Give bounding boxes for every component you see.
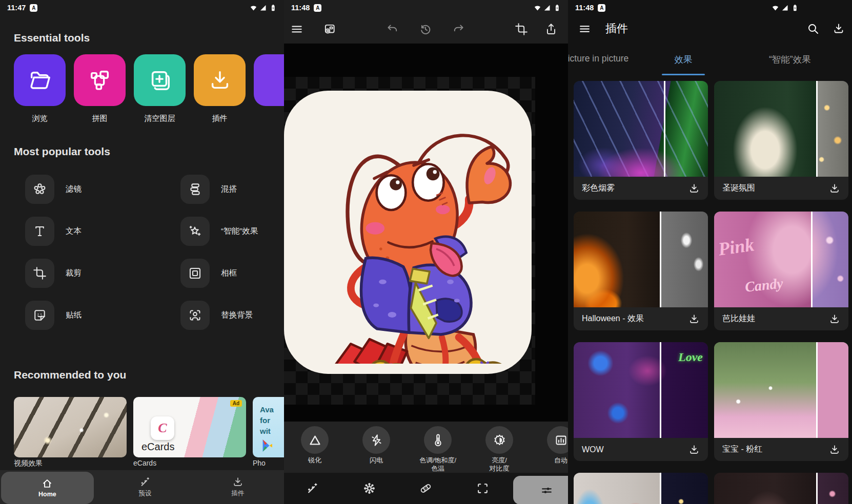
ai-network-icon (363, 482, 376, 495)
nav-home[interactable]: Home (1, 472, 94, 504)
auto-levels-icon (554, 433, 568, 447)
export-icon (323, 23, 336, 36)
effect-card-wow[interactable]: Love WOW (574, 342, 708, 461)
tool-brightness-contrast[interactable]: 亮度/对比度 (469, 422, 530, 473)
tool-lightning[interactable]: 闪电 (346, 422, 407, 473)
recommended-card-photo[interactable]: Ava for wit (253, 397, 284, 457)
popular-item-text[interactable]: 文本 (14, 210, 169, 252)
download-icon[interactable] (829, 444, 840, 455)
popular-item-frame[interactable]: 相框 (169, 252, 270, 294)
tool-card-browse[interactable] (14, 54, 66, 106)
share-button[interactable] (544, 23, 558, 36)
lobster-sticker-image[interactable] (284, 91, 532, 374)
crop-button[interactable] (515, 23, 528, 36)
app-root: 11:47 A Essential tools 浏览 拼图 清空图层 插件 Mo… (0, 0, 852, 504)
recommended-card-video-effects[interactable] (14, 397, 127, 457)
essential-tools-labels: 浏览 拼图 清空图层 插件 (14, 114, 246, 123)
tool-card-clear-layers[interactable] (134, 54, 186, 106)
home-icon (42, 478, 53, 489)
lightning-icon (370, 433, 383, 447)
popular-item-mix[interactable]: 混搭 (169, 168, 270, 210)
battery-icon (791, 4, 799, 12)
effect-title: Halloween - 效果 (582, 313, 644, 324)
plugins-header: 插件 (568, 15, 852, 42)
effect-preview-image: Love (574, 342, 708, 438)
recommended-card-ecards[interactable]: Ad C eCards (133, 397, 246, 457)
tool-auto[interactable]: 自动 (530, 422, 568, 473)
tab-smart-effects[interactable]: “智能”效果 (769, 53, 811, 66)
effect-card-partial-right[interactable] (714, 473, 848, 504)
effect-title: 芭比娃娃 (722, 313, 755, 324)
redo-button[interactable] (452, 23, 465, 36)
mode-adjust-selected[interactable] (511, 473, 568, 504)
effect-card-christmas[interactable]: 圣诞氛围 (714, 81, 848, 200)
tab-effects[interactable]: 效果 (662, 53, 705, 66)
essential-tools-title: Essential tools (14, 32, 90, 44)
tool-card-partial[interactable] (254, 54, 284, 106)
mode-select[interactable] (454, 473, 511, 504)
tool-label: 插件 (194, 114, 246, 123)
effect-card-barbie[interactable]: Pink Candy 芭比娃娃 (714, 212, 848, 330)
mode-heal[interactable] (398, 473, 455, 504)
hamburger-icon[interactable] (578, 23, 591, 35)
nav-plugins[interactable]: 插件 (191, 470, 284, 504)
contrast-icon (493, 433, 506, 447)
editor-mode-bar (284, 473, 568, 504)
plugins-tabs: Picture in picture 效果 “智能”效果 (568, 45, 852, 77)
popular-item-filters[interactable]: 滤镜 (14, 168, 169, 210)
effect-title: WOW (582, 445, 604, 454)
status-bar: 11:48 A (284, 0, 568, 15)
undo-button[interactable] (386, 23, 399, 36)
tool-card-collage[interactable] (74, 54, 126, 106)
effect-preview-image (574, 212, 708, 307)
page-title: 插件 (605, 21, 628, 36)
mode-ai[interactable] (341, 473, 398, 504)
signal-icon (781, 4, 789, 12)
download-icon[interactable] (688, 444, 700, 455)
popular-item-label: 相框 (221, 268, 237, 279)
effect-card-color-smoke[interactable]: 彩色烟雾 (574, 81, 708, 200)
nav-label: 插件 (231, 489, 244, 498)
before-after-divider (664, 81, 665, 177)
menu-button[interactable] (290, 23, 303, 36)
download-icon[interactable] (829, 313, 840, 325)
sliders-icon (540, 484, 553, 497)
frame-icon (188, 266, 202, 280)
lobster-cartoon (295, 101, 521, 364)
effect-title: 圣诞氛围 (722, 183, 755, 194)
effect-card-halloween[interactable]: Halloween - 效果 (574, 212, 708, 330)
download-icon[interactable] (833, 23, 845, 35)
history-button[interactable] (419, 23, 432, 36)
bottom-nav: Home 预设 插件 (0, 470, 284, 504)
effect-card-baby-pink[interactable]: 宝宝 - 粉红 (714, 342, 848, 461)
tool-label: 拼图 (74, 114, 126, 123)
effect-card-partial-left[interactable] (574, 473, 708, 504)
tool-sharpen[interactable]: 锐化 (284, 422, 346, 473)
tab-picture-in-picture[interactable]: Picture in picture (568, 53, 628, 64)
popular-item-label: 贴纸 (66, 310, 82, 321)
recommended-row: Ad C eCards Ava for wit (14, 397, 284, 457)
download-icon[interactable] (829, 183, 840, 194)
popular-item-replace-bg[interactable]: 替换背景 (169, 294, 270, 336)
clock: 11:47 (7, 4, 26, 12)
tool-hue-saturation[interactable]: 色调/饱和度/色温 (407, 422, 469, 473)
download-icon[interactable] (688, 183, 700, 194)
popular-item-sticker[interactable]: 贴纸 (14, 294, 169, 336)
tool-card-plugins[interactable] (194, 54, 246, 106)
notification-badge-icon: A (598, 4, 605, 12)
effect-preview-image (714, 342, 848, 438)
editor-canvas[interactable] (284, 44, 568, 422)
undo-icon (386, 23, 399, 36)
share-icon (544, 23, 558, 36)
nav-presets[interactable]: 预设 (99, 470, 192, 504)
popular-item-smart-effects[interactable]: “智能”效果 (169, 210, 270, 252)
download-icon[interactable] (688, 313, 700, 325)
adjust-tools-row: 锐化 闪电 色调/饱和度/色温 亮度/对比度 自动 (284, 422, 568, 473)
export-button[interactable] (323, 23, 336, 36)
overlay-text: Love (678, 350, 703, 364)
popular-item-crop[interactable]: 裁剪 (14, 252, 169, 294)
recommended-labels: 视频效果 eCards Pho (14, 459, 284, 468)
search-icon[interactable] (807, 23, 819, 35)
effect-preview-image (574, 81, 708, 177)
mode-magic[interactable] (284, 473, 341, 504)
